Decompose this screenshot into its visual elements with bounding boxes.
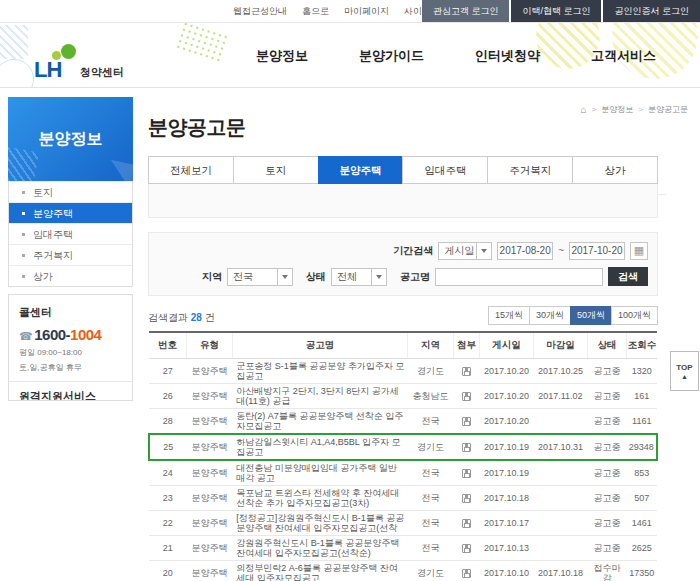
- cell-type: 분양주택: [187, 486, 233, 511]
- cell-posted: 2017.10.17: [480, 511, 534, 536]
- interest-customer-login-button[interactable]: 관심고객 로그인: [422, 0, 510, 22]
- cell-title-link[interactable]: 강원원주혁신도시 B-1블록 공공분양주택 잔여세대 입주자모집공고(선착순): [232, 536, 407, 561]
- col-header-deadline: 마감일: [534, 332, 588, 359]
- notice-name-input[interactable]: [435, 268, 603, 286]
- cell-views: 1161: [626, 409, 657, 435]
- call-center-box: 콜센터 ☎1600-1004 평일 09:00~18:00 토,일,공휴일 휴무…: [8, 294, 133, 401]
- tab-rental-housing[interactable]: 임대주택: [402, 156, 488, 184]
- cell-views: 161: [626, 384, 657, 409]
- cell-title-link[interactable]: 군포송정 S-1블록 공공분양 추가입주자 모집공고: [232, 359, 407, 384]
- page-size-15-button[interactable]: 15개씩: [488, 306, 530, 325]
- tab-all[interactable]: 전체보기: [148, 156, 234, 184]
- nav-sale-guide[interactable]: 분양가이드: [359, 47, 424, 65]
- cell-title-link[interactable]: 목포남교 트윈스타 전세해약 후 잔여세대 선착순 추가 입주자모집공고(3차): [232, 486, 407, 511]
- cell-title-link[interactable]: 아산배방지구 2단지, 3단지 8단지 공가세대(11호) 공급: [232, 384, 407, 409]
- cell-deadline: [534, 409, 588, 435]
- tab-housing-welfare[interactable]: 주거복지: [487, 156, 573, 184]
- cell-no: 25: [149, 434, 187, 460]
- topbar-link-accessibility[interactable]: 웹접근성안내: [233, 5, 287, 18]
- attachment-icon[interactable]: [462, 392, 471, 401]
- cell-title-link[interactable]: 의정부민락2 A-6블록 공공분양주택 잔여세대 입주자모집공고: [232, 561, 407, 581]
- cell-title-link[interactable]: 동탄(2) A7블록 공공분양주택 선착순 입주자모집공고: [232, 409, 407, 435]
- main-content: 분양공고문 전체보기 토지 분양주택 임대주택 주거복지 상가 기간검색 게시일…: [148, 97, 658, 581]
- cell-posted: 2017.10.20: [480, 384, 534, 409]
- topbar-link-mypage[interactable]: 마이페이지: [344, 5, 389, 18]
- table-row: 28 분양주택 동탄(2) A7블록 공공분양주택 선착순 입주자모집공고 전국…: [149, 409, 657, 435]
- sidebar-item-land[interactable]: 토지: [9, 181, 132, 202]
- cell-no: 27: [149, 359, 187, 384]
- scroll-to-top-button[interactable]: TOP ▲: [670, 351, 699, 391]
- cell-type: 분양주택: [187, 460, 233, 486]
- cell-attach: [453, 561, 479, 581]
- remote-support-title: 원격지원서비스: [19, 389, 122, 401]
- col-header-status: 상태: [587, 332, 626, 359]
- site-header: LH 청약센터 분양정보 분양가이드 인터넷청약 고객서비스: [0, 23, 700, 88]
- chevron-down-icon: [371, 269, 386, 285]
- search-button[interactable]: 검색: [608, 267, 648, 286]
- cell-posted: 2017.10.19: [480, 434, 534, 460]
- attachment-icon[interactable]: [462, 443, 471, 452]
- cell-type: 분양주택: [187, 409, 233, 435]
- date-to-input[interactable]: [569, 242, 625, 260]
- cell-posted: 2017.10.13: [480, 536, 534, 561]
- page-size-100-button[interactable]: 100개씩: [611, 306, 658, 325]
- col-header-no: 번호: [149, 332, 187, 359]
- cell-no: 21: [149, 536, 187, 561]
- page-size-50-button[interactable]: 50개씩: [570, 306, 612, 325]
- tab-land[interactable]: 토지: [233, 156, 319, 184]
- col-header-region: 지역: [408, 332, 454, 359]
- calendar-icon[interactable]: ▦: [630, 242, 648, 260]
- page-title: 분양공고문: [148, 114, 658, 141]
- cell-title-link[interactable]: [정정공고]강원원주혁신도시 B-1블록 공공분양주택 잔여세대 입주자모집공고…: [232, 511, 407, 536]
- chevron-down-icon: [476, 243, 491, 259]
- nav-internet-subscription[interactable]: 인터넷청약: [475, 47, 540, 65]
- etaek-hyeoptaek-login-button[interactable]: 이택/협택 로그인: [511, 0, 601, 22]
- nav-sale-info[interactable]: 분양정보: [256, 47, 308, 65]
- attachment-icon[interactable]: [462, 494, 471, 503]
- top-label: TOP: [676, 363, 692, 372]
- table-row: 27 분양주택 군포송정 S-1블록 공공분양 추가입주자 모집공고 경기도 2…: [149, 359, 657, 384]
- call-center-closed: 토,일,공휴일 휴무: [19, 362, 122, 373]
- cell-title-link[interactable]: 대전충남 미분양매입임대 공가주택 일반매각 공고: [232, 460, 407, 486]
- cell-attach: [453, 384, 479, 409]
- cell-type: 분양주택: [187, 536, 233, 561]
- cell-deadline: 2017.11.02: [534, 384, 588, 409]
- attachment-icon[interactable]: [462, 544, 471, 553]
- sidebar-menu: 공급계획 분양공고문 토지 분양주택 임대주택 주거복지 상가 분양정보 공지사…: [8, 181, 133, 287]
- cell-views: 507: [626, 486, 657, 511]
- tab-sale-housing[interactable]: 분양주택: [318, 156, 404, 184]
- sidebar-item-sale-housing[interactable]: 분양주택: [9, 202, 132, 223]
- cell-attach: [453, 359, 479, 384]
- attachment-icon[interactable]: [462, 469, 471, 478]
- topbar-link-home[interactable]: 홈으로: [302, 5, 329, 18]
- attachment-icon[interactable]: [462, 367, 471, 376]
- sidebar-item-shop[interactable]: 상가: [9, 265, 132, 286]
- attachment-icon[interactable]: [462, 519, 471, 528]
- page-size-30-button[interactable]: 30개씩: [529, 306, 571, 325]
- lh-logo[interactable]: LH 청약센터: [34, 49, 154, 83]
- attachment-icon[interactable]: [462, 569, 471, 578]
- nav-customer-service[interactable]: 고객서비스: [591, 47, 656, 65]
- status-select[interactable]: 전체: [331, 268, 387, 286]
- tab-shop[interactable]: 상가: [572, 156, 658, 184]
- date-from-input[interactable]: [497, 242, 553, 260]
- region-select[interactable]: 전국: [227, 268, 293, 286]
- period-select[interactable]: 게시일: [438, 242, 492, 260]
- sidebar-item-rental-housing[interactable]: 임대주택: [9, 223, 132, 244]
- filter-row-period: 기간검색 게시일 ~ ▦: [158, 241, 648, 260]
- notice-name-label: 공고명: [400, 270, 430, 284]
- table-row: 22 분양주택 [정정공고]강원원주혁신도시 B-1블록 공공분양주택 잔여세대…: [149, 511, 657, 536]
- chevron-down-icon: [277, 269, 292, 285]
- certificate-login-button[interactable]: 공인인증서 로그인: [603, 0, 700, 22]
- notice-table: 번호 유형 공고명 지역 첨부 게시일 마감일 상태 조회수 27 분양주택 군…: [148, 331, 658, 581]
- cell-deadline: 2017.10.18: [534, 561, 588, 581]
- cell-status: 공고중: [587, 460, 626, 486]
- page-root: 웹접근성안내 홈으로 마이페이지 사이트맵 관심고객 로그인 이택/협택 로그인…: [0, 0, 700, 581]
- cell-posted: 2017.10.10: [480, 561, 534, 581]
- cell-title-link[interactable]: 하남감일스윗시티 A1,A4,B5BL 입주자 모집공고: [232, 434, 407, 460]
- attachment-icon[interactable]: [462, 417, 471, 426]
- col-header-views: 조회수: [626, 332, 657, 359]
- sidebar-item-housing-welfare[interactable]: 주거복지: [9, 244, 132, 265]
- table-row: 20 분양주택 의정부민락2 A-6블록 공공분양주택 잔여세대 입주자모집공고…: [149, 561, 657, 581]
- cell-region: 경기도: [408, 434, 454, 460]
